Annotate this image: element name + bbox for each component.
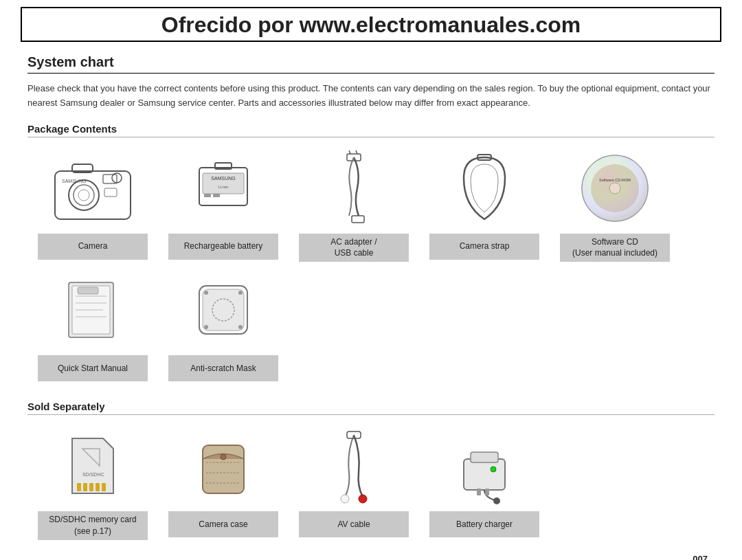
battery-image: SAMSUNG Li-ion: [168, 147, 278, 229]
page-number: 007: [27, 554, 715, 560]
list-item: Battery charger: [419, 425, 550, 540]
svg-point-37: [238, 291, 243, 295]
package-section-title: Package Contents: [27, 123, 715, 137]
svg-point-58: [491, 467, 496, 472]
list-item: AC adapter /USB cable: [289, 147, 419, 262]
manual-image: [38, 269, 148, 351]
svg-rect-60: [477, 489, 481, 495]
strap-image: [429, 147, 539, 229]
ac-adapter-image: [299, 147, 409, 229]
svg-point-55: [341, 495, 349, 503]
svg-rect-44: [95, 483, 100, 491]
svg-point-2: [74, 185, 94, 205]
svg-text:SAMSUNG: SAMSUNG: [211, 176, 235, 181]
intro-text: Please check that you have the correct c…: [27, 82, 715, 111]
camera-strap-label: Camera strap: [429, 234, 539, 260]
banner-text: Ofrecido por www.electromanuales.com: [161, 12, 581, 37]
svg-rect-57: [471, 452, 498, 462]
camera-image: SAMSUNG: [38, 147, 148, 229]
rechargeable-battery-label: Rechargeable battery: [168, 234, 278, 260]
svg-text:Li-ion: Li-ion: [218, 185, 229, 189]
svg-rect-19: [352, 216, 364, 223]
battery-charger-label: Battery charger: [429, 511, 539, 537]
package-items-grid: SAMSUNG Camera SAMSUNG: [27, 147, 715, 389]
list-item: Camera strap: [419, 147, 550, 262]
svg-point-38: [204, 325, 208, 329]
sd-card-image: SD/SDHC: [38, 425, 148, 507]
ac-adapter-label: AC adapter /USB cable: [299, 234, 409, 262]
svg-rect-7: [104, 188, 117, 197]
cd-image: Software CD-ROM: [560, 147, 670, 229]
software-cd-label: Software CD(User manual included): [560, 234, 670, 262]
list-item: Anti-scratch Mask: [158, 269, 289, 381]
svg-rect-48: [203, 445, 244, 493]
sd-card-label: SD/SDHC memory card(see p.17): [38, 511, 148, 540]
svg-rect-43: [89, 483, 93, 491]
svg-point-59: [493, 497, 500, 504]
svg-point-52: [221, 454, 226, 460]
list-item: Camera case: [158, 425, 289, 540]
list-item: SD/SDHC SD/SDHC memory card(see p.17): [27, 425, 158, 540]
svg-rect-41: [77, 483, 81, 491]
svg-rect-14: [204, 194, 211, 197]
sold-items-grid: SD/SDHC SD/SDHC memory card(see p.17): [27, 425, 715, 547]
svg-rect-56: [464, 459, 505, 490]
svg-rect-45: [102, 483, 106, 491]
sold-section-title: Sold Separately: [27, 401, 715, 415]
list-item: Quick Start Manual: [27, 269, 158, 381]
list-item: Software CD-ROM Software CD(User manual …: [550, 147, 680, 262]
camera-case-image: [168, 425, 278, 507]
svg-text:Software CD-ROM: Software CD-ROM: [599, 178, 631, 182]
mask-image: [168, 269, 278, 351]
svg-text:SD/SDHC: SD/SDHC: [82, 472, 104, 477]
top-banner: Ofrecido por www.electromanuales.com: [21, 7, 721, 42]
svg-point-39: [238, 325, 243, 329]
camera-case-label: Camera case: [168, 511, 278, 537]
svg-point-36: [204, 291, 208, 295]
svg-text:SAMSUNG: SAMSUNG: [62, 179, 86, 183]
svg-rect-42: [83, 483, 87, 491]
list-item: SAMSUNG Li-ion Rechargeable battery: [158, 147, 289, 262]
svg-point-54: [359, 495, 367, 503]
battery-charger-image: [429, 425, 539, 507]
svg-rect-34: [203, 289, 244, 331]
list-item: AV cable: [289, 425, 419, 540]
page-title: System chart: [27, 54, 715, 74]
anti-scratch-mask-label: Anti-scratch Mask: [168, 355, 278, 381]
av-cable-image: [299, 425, 409, 507]
svg-rect-15: [213, 194, 220, 197]
camera-label: Camera: [38, 234, 148, 260]
svg-rect-32: [78, 287, 98, 294]
av-cable-label: AV cable: [299, 511, 409, 537]
svg-point-24: [591, 164, 639, 212]
svg-point-3: [78, 190, 89, 201]
quick-start-manual-label: Quick Start Manual: [38, 355, 148, 381]
list-item: SAMSUNG Camera: [27, 147, 158, 262]
svg-rect-61: [485, 489, 489, 495]
